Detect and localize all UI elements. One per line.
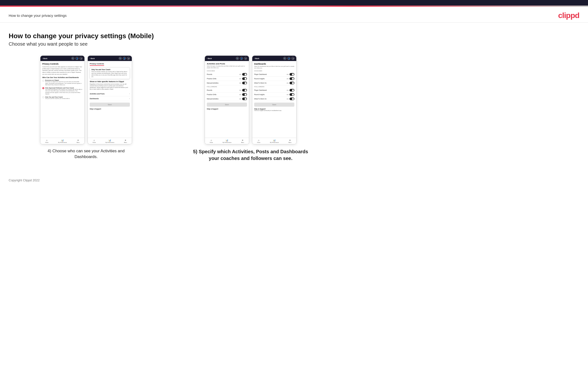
search-icon-3[interactable]: 🔍 (236, 57, 239, 60)
coaches-player-dash-toggle[interactable] (290, 73, 294, 76)
home-label-2: Home (93, 142, 96, 143)
followers-drills-label: Practice Drills (207, 94, 216, 95)
home-icon-2: ⌂ (94, 139, 95, 142)
menu-icon-1: ≡ (78, 139, 79, 142)
performance-icon-4: 📊 (273, 139, 276, 142)
coaches-label-4: COACHES (254, 70, 294, 72)
coaches-manual-label: Manual Activities (207, 82, 218, 84)
home-label-1: Home (45, 142, 48, 143)
performance-label-1: My Performance (58, 142, 67, 143)
tab-performance-4[interactable]: 📊 My Performance (270, 139, 279, 143)
bottom-bar-2: ⌂ Home 📊 My Performance ≡ Menu (88, 138, 132, 144)
tab-home-1[interactable]: ⌂ Home (45, 139, 48, 143)
back-button-4[interactable]: ‹ Back (254, 58, 259, 59)
followers-player-dash-label: Player Dashboard (254, 89, 267, 91)
tab-menu-3[interactable]: ≡ Menu (241, 139, 244, 143)
performance-label-4: My Performance (270, 142, 279, 143)
search-icon-2[interactable]: 🔍 (119, 57, 122, 60)
followers-player-dash-toggle[interactable] (290, 89, 294, 92)
save-button-4[interactable]: Save (254, 103, 294, 107)
tab-performance-3[interactable]: 📊 My Performance (223, 139, 232, 143)
coaches-drills-toggle[interactable] (242, 77, 247, 80)
privacy-controls-tab[interactable]: Privacy Controls (90, 63, 104, 66)
desc-only-you: Only you and the coaches you connect wit… (45, 98, 70, 100)
home-icon-1: ⌂ (46, 139, 47, 142)
mobile-nav-2: ‹ Back 🔍 👤 ⚙ (88, 56, 132, 61)
coaches-rounds-label: Rounds (207, 74, 212, 75)
home-icon-4: ⌂ (258, 139, 259, 142)
option-only-you[interactable]: Only You and Your Coach Only you and the… (42, 96, 82, 100)
coaches-round-insights-row: Round Insights ON (254, 77, 294, 81)
help-support-label-2: Help & Support (90, 108, 130, 110)
settings-icon-2[interactable]: ⚙ (127, 57, 130, 60)
search-icon-4[interactable]: 🔍 (283, 57, 286, 60)
popup-only-you: Only You and Your Coach Only you and the… (90, 67, 130, 79)
settings-icon-3[interactable]: ⚙ (244, 57, 247, 60)
tab-performance-2[interactable]: 📊 My Performance (106, 139, 114, 143)
home-label-4: Home (257, 142, 260, 143)
screenshot-pair-left: ‹ Back 🔍 👤 ⚙ Privacy Controls Control ho… (9, 56, 164, 144)
coaches-drills-label: Practice Drills (207, 78, 216, 80)
radio-everyone[interactable] (42, 80, 44, 82)
mob-content-4: Dashboards Select the dashboards that yo… (252, 61, 296, 138)
person-icon-1[interactable]: 👤 (76, 57, 78, 60)
option-approved[interactable]: Only Approved Followers and Your Coach O… (42, 87, 82, 95)
tab-menu-4[interactable]: ≡ Menu (288, 139, 292, 143)
person-icon-4[interactable]: 👤 (287, 57, 290, 60)
coaches-rounds-toggle[interactable] (242, 73, 247, 76)
followers-round-insights-row: Round Insights ON (254, 92, 294, 97)
option-everyone[interactable]: Everyone on Clippd Everyone on Clippd ca… (42, 80, 82, 86)
tab-menu-2[interactable]: ≡ Menu (124, 139, 127, 143)
radio-approved[interactable] (42, 87, 44, 89)
followers-manual-toggle[interactable] (242, 98, 247, 100)
followers-drills-on-label: ON (239, 94, 241, 95)
coaches-what-to-work-on: ON (287, 82, 289, 84)
dashboards-item[interactable]: Dashboards › (90, 96, 130, 101)
tab-home-3[interactable]: ⌂ Home (210, 139, 213, 143)
footer: Copyright Clippd 2022 (0, 171, 588, 187)
page-heading: How to change your privacy settings (Mob… (9, 32, 328, 40)
tab-home-2[interactable]: ⌂ Home (93, 139, 96, 143)
coaches-what-to-work-toggle[interactable] (290, 82, 294, 84)
help-support-text-4: Visit our Clippd community to troublesho… (254, 110, 294, 112)
save-button-3[interactable]: Save (207, 103, 247, 107)
coaches-manual-toggle[interactable] (242, 82, 247, 84)
nav-icons-2: 🔍 👤 ⚙ (119, 57, 130, 60)
back-button-3[interactable]: ‹ Back (207, 58, 212, 59)
tab-home-4[interactable]: ⌂ Home (257, 139, 260, 143)
followers-round-insights-toggle[interactable] (290, 93, 294, 96)
home-icon-3: ⌂ (211, 139, 212, 142)
coaches-what-to-work-label: What To Work On (254, 82, 267, 84)
settings-icon-4[interactable]: ⚙ (292, 57, 294, 60)
coaches-manual-on-label: ON (239, 82, 241, 84)
followers-what-to-work-toggle[interactable] (290, 98, 294, 100)
person-icon-2[interactable]: 👤 (123, 57, 126, 60)
person-icon-3[interactable]: 👤 (240, 57, 243, 60)
settings-icon-1[interactable]: ⚙ (80, 57, 82, 60)
desc-everyone: Everyone on Clippd can search for you an… (45, 81, 82, 86)
screenshot-group-left: ‹ Back 🔍 👤 ⚙ Privacy Controls Control ho… (9, 56, 164, 160)
followers-drills-toggle[interactable] (242, 93, 247, 96)
followers-drills-row: Practice Drills ON (207, 92, 247, 97)
back-button-1[interactable]: ‹ Back (42, 58, 47, 59)
save-button-2[interactable]: Save (90, 103, 130, 107)
coaches-round-insights-toggle[interactable] (290, 77, 294, 80)
menu-label-2: Menu (124, 142, 127, 143)
copyright-text: Copyright Clippd 2022 (9, 178, 40, 182)
tab-menu-1[interactable]: ≡ Menu (77, 139, 80, 143)
back-button-2[interactable]: ‹ Back (90, 58, 95, 59)
desc-approved: Only approved followers and coaches you … (45, 89, 82, 95)
search-icon-1[interactable]: 🔍 (71, 57, 74, 60)
popup-text: Only you and the coaches you connect wit… (91, 71, 128, 78)
tab-performance-1[interactable]: 📊 My Performance (58, 139, 67, 143)
top-bar (0, 0, 588, 7)
nav-icons-4: 🔍 👤 ⚙ (283, 57, 294, 60)
mobile-nav-3: ‹ Back 🔍 👤 ⚙ (205, 56, 249, 61)
mobile-screen-3: ‹ Back 🔍 👤 ⚙ Activities and Posts Select… (205, 56, 249, 144)
activities-posts-item[interactable]: Activities and Posts › (90, 92, 130, 96)
radio-only-you[interactable] (42, 96, 44, 98)
followers-rounds-toggle[interactable] (242, 89, 247, 92)
coaches-drills-on-label: ON (239, 78, 241, 80)
followers-round-insights-on: ON (287, 94, 289, 95)
screenshots-row: ‹ Back 🔍 👤 ⚙ Privacy Controls Control ho… (9, 56, 328, 162)
